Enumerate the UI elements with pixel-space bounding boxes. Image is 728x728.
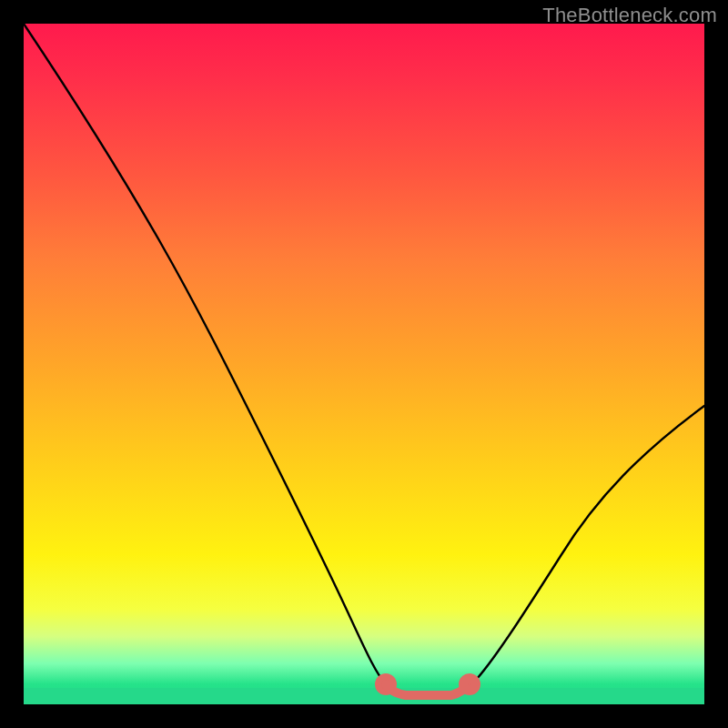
plot-area — [24, 24, 704, 704]
chart-frame: TheBottleneck.com — [0, 0, 728, 728]
highlight-segment — [379, 678, 476, 695]
svg-point-1 — [463, 678, 476, 691]
bottleneck-curve — [24, 24, 704, 695]
curve-layer — [24, 24, 704, 704]
